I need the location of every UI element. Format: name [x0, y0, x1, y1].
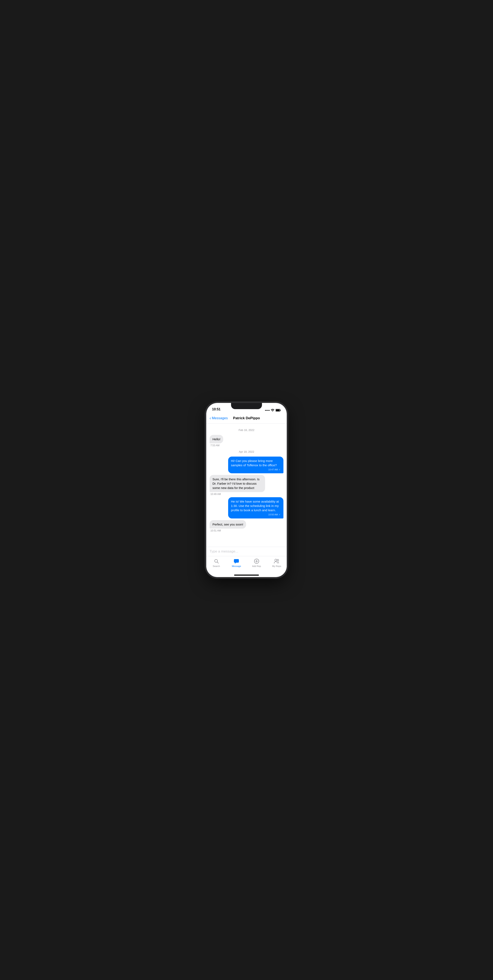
message-meta: 10:47 AM ✓ — [231, 468, 281, 471]
incoming-bubble: Hello! — [210, 435, 223, 443]
date-separator-apr: Apr 18, 2022 — [210, 450, 283, 453]
tab-my-reps[interactable]: My Reps — [267, 558, 287, 567]
search-icon — [213, 558, 219, 564]
list-item: Hello! 7:53 AM — [210, 435, 223, 447]
add-rep-icon — [254, 558, 259, 564]
svg-rect-2 — [276, 409, 280, 411]
tab-add-rep-label: Add Rep — [252, 565, 261, 567]
battery-icon — [275, 409, 281, 412]
tab-bar: Search Message — [206, 556, 287, 573]
status-icons — [265, 409, 281, 412]
message-text: He is! We have some availability at 1:30… — [231, 500, 279, 512]
chat-area: Feb 16, 2022 Hello! 7:53 AM Apr 18, 2022… — [206, 423, 287, 547]
message-text: Sure, I'll be there this afternoon. Is D… — [213, 477, 259, 490]
svg-point-9 — [275, 559, 277, 561]
wifi-icon — [271, 409, 274, 412]
message-meta: 10:50 AM ✓ — [231, 513, 281, 516]
list-item: Hi! Can you please bring more samples of… — [228, 457, 284, 473]
message-input-area[interactable]: Type a message... — [206, 547, 287, 556]
tab-message-label: Message — [232, 565, 241, 567]
my-reps-icon — [274, 558, 280, 564]
incoming-bubble: Sure, I'll be there this afternoon. Is D… — [210, 475, 265, 492]
phone-screen: 10:51 — [206, 403, 287, 577]
tab-search-label: Search — [213, 565, 220, 567]
list-item: Sure, I'll be there this afternoon. Is D… — [210, 475, 265, 496]
nav-header: ‹ Messages Patrick DePippo — [206, 413, 287, 423]
message-text: Hello! — [213, 438, 220, 441]
list-item: He is! We have some availability at 1:30… — [228, 497, 284, 518]
phone-frame: 10:51 — [206, 403, 287, 577]
checkmark-icon: ✓ — [279, 513, 280, 516]
message-time: 7:53 AM — [210, 444, 220, 447]
list-item: Perfect, see you soon! 10:51 AM — [210, 520, 246, 532]
message-text: Perfect, see you soon! — [213, 523, 243, 526]
message-time: 10:50 AM — [268, 513, 278, 516]
back-button[interactable]: ‹ Messages — [210, 416, 228, 420]
checkmark-icon: ✓ — [279, 468, 280, 471]
message-icon — [234, 558, 239, 564]
home-bar — [234, 574, 259, 576]
message-time: 10:47 AM — [268, 468, 278, 471]
notch — [231, 403, 262, 409]
status-time: 10:51 — [212, 407, 221, 412]
message-text: Hi! Can you please bring more samples of… — [231, 459, 277, 467]
outgoing-bubble: He is! We have some availability at 1:30… — [228, 497, 284, 518]
message-time: 10:49 AM — [210, 493, 222, 496]
back-label: Messages — [212, 416, 228, 420]
outgoing-bubble: Hi! Can you please bring more samples of… — [228, 457, 284, 473]
svg-line-4 — [217, 562, 218, 563]
message-input[interactable]: Type a message... — [210, 549, 238, 553]
tab-message[interactable]: Message — [226, 558, 247, 567]
back-chevron-icon: ‹ — [210, 416, 211, 420]
incoming-bubble: Perfect, see you soon! — [210, 520, 246, 528]
date-separator-feb: Feb 16, 2022 — [210, 428, 283, 432]
tab-my-reps-label: My Reps — [272, 565, 281, 567]
tab-search[interactable]: Search — [206, 558, 226, 567]
message-time: 10:51 AM — [210, 529, 222, 532]
page-title: Patrick DePippo — [233, 416, 260, 420]
tab-add-rep[interactable]: Add Rep — [247, 558, 267, 567]
signal-bars-icon — [265, 410, 270, 411]
svg-rect-1 — [280, 410, 281, 411]
svg-rect-5 — [234, 559, 239, 563]
home-indicator — [206, 573, 287, 577]
svg-point-10 — [277, 559, 279, 561]
